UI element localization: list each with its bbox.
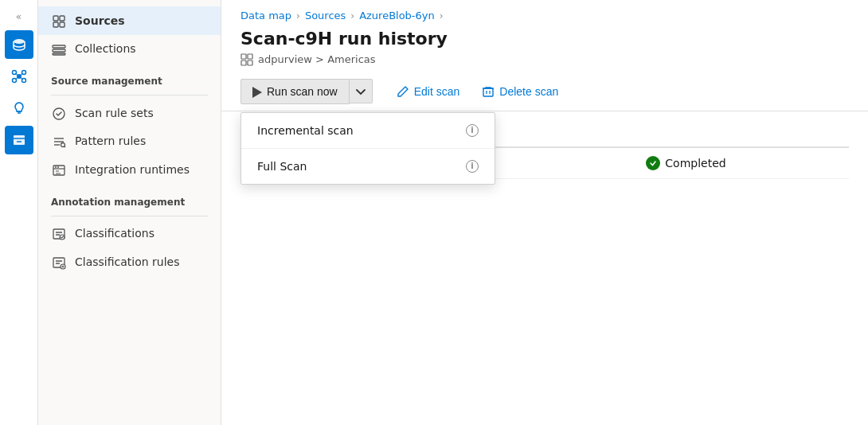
sidebar-item-collections[interactable]: Collections bbox=[38, 35, 221, 64]
svg-point-5 bbox=[22, 79, 25, 83]
sidebar-item-classification-rules[interactable]: Classification rules bbox=[38, 248, 221, 276]
breadcrumb-data-map[interactable]: Data map bbox=[240, 10, 291, 21]
page-subtitle-text: adpurview > Americas bbox=[258, 53, 376, 65]
sidebar-item-classifications[interactable]: Classifications bbox=[38, 220, 221, 248]
svg-rect-17 bbox=[60, 16, 65, 21]
source-management-section-label: Source management bbox=[38, 63, 221, 92]
run-scan-now-button[interactable]: Run scan now bbox=[240, 79, 350, 104]
incremental-scan-info-icon[interactable]: i bbox=[466, 124, 479, 137]
sidebar-item-classifications-label: Classifications bbox=[75, 227, 154, 240]
data-catalog-icon[interactable] bbox=[5, 30, 33, 59]
chevron-down-icon bbox=[356, 85, 366, 97]
delete-scan-button[interactable]: Delete scan bbox=[471, 79, 569, 103]
svg-line-27 bbox=[65, 146, 65, 147]
svg-point-4 bbox=[12, 79, 16, 83]
annotation-management-section-label: Annotation management bbox=[38, 184, 221, 212]
sidebar-item-scan-rule-sets[interactable]: Scan rule sets bbox=[38, 99, 221, 127]
sidebar-item-integration-runtimes-label: Integration runtimes bbox=[75, 163, 190, 176]
play-icon bbox=[252, 85, 262, 98]
svg-rect-15 bbox=[53, 16, 58, 21]
run-scan-dropdown-menu: Incremental scan i Full Scan i bbox=[240, 112, 495, 185]
delete-scan-label: Delete scan bbox=[499, 85, 558, 98]
svg-rect-39 bbox=[248, 54, 252, 59]
page-title: Scan-c9H run history bbox=[240, 28, 849, 51]
insights-icon[interactable] bbox=[5, 94, 33, 123]
collapse-rail-button[interactable]: « bbox=[16, 6, 22, 27]
sidebar: Sources Collections Source management Sc… bbox=[38, 0, 221, 425]
collections-icon bbox=[51, 41, 67, 57]
connections-icon[interactable] bbox=[5, 62, 33, 91]
breadcrumb-sep-3: › bbox=[440, 10, 444, 21]
delete-icon bbox=[482, 84, 495, 98]
integration-runtimes-icon bbox=[51, 162, 67, 177]
svg-rect-18 bbox=[60, 22, 65, 27]
svg-point-2 bbox=[12, 71, 16, 75]
tools-icon[interactable] bbox=[5, 126, 33, 154]
breadcrumb-sources[interactable]: Sources bbox=[305, 10, 346, 21]
toolbar: Run scan now Edit scan bbox=[221, 72, 868, 111]
sidebar-item-pattern-rules[interactable]: Pattern rules bbox=[38, 127, 221, 156]
svg-point-30 bbox=[55, 166, 57, 168]
pattern-rules-icon bbox=[51, 134, 67, 150]
svg-point-31 bbox=[57, 166, 59, 168]
page-header: Scan-c9H run history adpurview > America… bbox=[221, 25, 868, 72]
edit-scan-button[interactable]: Edit scan bbox=[385, 79, 471, 103]
run-scan-dropdown-button[interactable] bbox=[350, 79, 373, 103]
svg-rect-43 bbox=[483, 88, 493, 96]
svg-line-9 bbox=[21, 77, 22, 80]
full-scan-option[interactable]: Full Scan i bbox=[241, 148, 495, 184]
svg-point-3 bbox=[22, 71, 25, 75]
breadcrumb-sep-2: › bbox=[350, 10, 354, 21]
svg-rect-12 bbox=[14, 135, 25, 145]
status-cell: Completed bbox=[646, 156, 849, 170]
edit-scan-label: Edit scan bbox=[414, 85, 460, 98]
sidebar-item-collections-label: Collections bbox=[75, 42, 136, 55]
icon-rail: « bbox=[0, 0, 38, 425]
breadcrumb-azure-blob[interactable]: AzureBlob-6yn bbox=[359, 10, 435, 21]
svg-rect-16 bbox=[53, 22, 58, 27]
edit-icon bbox=[397, 84, 409, 98]
sidebar-item-integration-runtimes[interactable]: Integration runtimes bbox=[38, 155, 221, 184]
full-scan-label: Full Scan bbox=[257, 160, 307, 173]
svg-rect-21 bbox=[53, 53, 65, 55]
svg-rect-38 bbox=[241, 54, 246, 59]
breadcrumb: Data map › Sources › AzureBlob-6yn › bbox=[221, 0, 868, 25]
sidebar-item-pattern-rules-label: Pattern rules bbox=[75, 135, 146, 147]
svg-line-8 bbox=[16, 77, 18, 80]
svg-rect-41 bbox=[248, 60, 252, 65]
collection-icon bbox=[240, 53, 253, 66]
main-content: Data map › Sources › AzureBlob-6yn › Sca… bbox=[221, 0, 868, 425]
svg-rect-20 bbox=[53, 49, 65, 52]
divider-annotation-management bbox=[51, 216, 208, 216]
breadcrumb-sep-1: › bbox=[296, 10, 300, 21]
divider-source-management bbox=[51, 95, 208, 96]
sidebar-item-sources[interactable]: Sources bbox=[38, 6, 221, 35]
svg-point-0 bbox=[14, 39, 25, 44]
svg-line-7 bbox=[21, 73, 22, 76]
sources-icon bbox=[51, 13, 67, 29]
status-label: Completed bbox=[665, 157, 725, 170]
sidebar-item-classification-rules-label: Classification rules bbox=[75, 255, 180, 268]
svg-line-6 bbox=[16, 73, 18, 76]
incremental-scan-label: Incremental scan bbox=[257, 124, 354, 137]
svg-rect-40 bbox=[241, 60, 246, 65]
incremental-scan-option[interactable]: Incremental scan i bbox=[241, 113, 495, 148]
run-scan-now-label: Run scan now bbox=[267, 85, 338, 98]
classifications-icon bbox=[51, 226, 67, 242]
classification-rules-icon bbox=[51, 254, 67, 270]
svg-marker-42 bbox=[252, 87, 262, 98]
full-scan-info-icon[interactable]: i bbox=[466, 160, 479, 173]
completed-check-icon bbox=[646, 156, 660, 170]
sidebar-item-sources-label: Sources bbox=[75, 14, 125, 27]
page-subtitle: adpurview > Americas bbox=[240, 53, 849, 66]
sidebar-item-scan-rule-sets-label: Scan rule sets bbox=[75, 107, 154, 119]
scan-rule-sets-icon bbox=[51, 105, 67, 121]
status-completed: Completed bbox=[646, 156, 725, 170]
svg-rect-19 bbox=[53, 45, 65, 48]
